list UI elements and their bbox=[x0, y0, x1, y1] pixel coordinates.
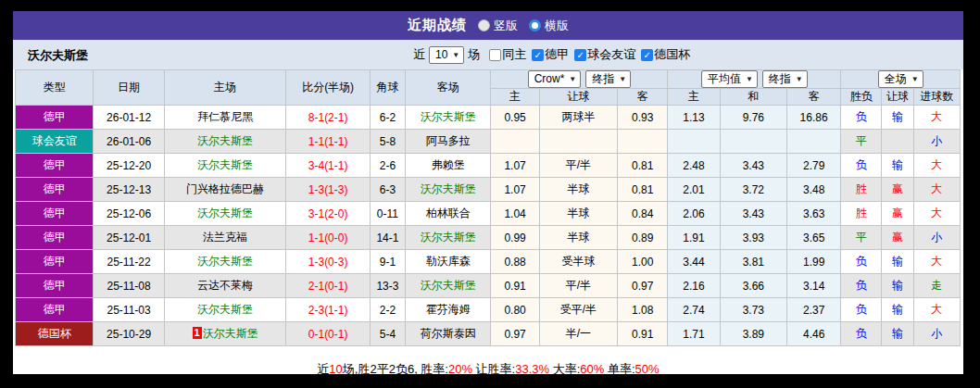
odds-away-cell: 0.97 bbox=[618, 274, 668, 298]
league-cell: 德甲 bbox=[16, 106, 94, 130]
bookmaker-stage-select[interactable]: 终指 ▼ bbox=[585, 70, 631, 88]
league-cell: 德甲 bbox=[16, 274, 94, 298]
avg-away-cell: 2.79 bbox=[786, 154, 840, 178]
score-cell: 2-3(1-1) bbox=[286, 298, 370, 322]
league-cell: 德甲 bbox=[16, 226, 94, 250]
bookmaker-select[interactable]: Crow* ▼ bbox=[528, 70, 582, 88]
table-row: 德甲25-12-01法兰克福1-1(0-0)14-1沃尔夫斯堡0.99半球0.8… bbox=[16, 226, 961, 250]
result-handicap-cell: 输 bbox=[882, 154, 913, 178]
avg-draw-cell: 3.73 bbox=[720, 298, 786, 322]
league-cell: 德甲 bbox=[16, 298, 94, 322]
scope-header-group: 全场 ▼ bbox=[841, 70, 961, 89]
view-option-horizontal[interactable]: 横版 bbox=[529, 18, 569, 34]
result-wdl-cell: 平 bbox=[841, 226, 882, 250]
panel: 近期战绩 竖版 横版 沃尔夫斯堡 近 10 ▼ 场 同主✓德甲✓球会友谊✓德国杯 bbox=[13, 11, 963, 374]
corners-cell: 2-6 bbox=[370, 154, 405, 178]
avg-draw-cell: 3.81 bbox=[720, 250, 786, 274]
checkbox-label: 德甲 bbox=[545, 46, 569, 63]
same-home-checkbox-item[interactable]: 同主 bbox=[489, 46, 526, 63]
summary-segment: 20% bbox=[448, 362, 472, 376]
result-handicap-cell: 赢 bbox=[882, 202, 913, 226]
away-team-cell: 勒沃库森 bbox=[406, 250, 491, 274]
table-row: 德甲25-12-13门兴格拉德巴赫1-3(1-3)6-3沃尔夫斯堡1.07半球0… bbox=[16, 178, 961, 202]
average-stage-value: 终指 bbox=[769, 72, 791, 86]
date-cell: 26-01-06 bbox=[94, 130, 164, 154]
odds-home-cell: 0.88 bbox=[491, 250, 539, 274]
radio-button-selected-icon[interactable] bbox=[529, 19, 541, 31]
avg-away-cell: 3.14 bbox=[786, 274, 840, 298]
view-option-vertical[interactable]: 竖版 bbox=[478, 18, 518, 34]
checkbox-checked-icon[interactable]: ✓ bbox=[532, 49, 544, 61]
avg-draw-cell: 9.76 bbox=[720, 106, 786, 130]
summary-segment: 10 bbox=[329, 362, 342, 376]
checkbox-checked-icon[interactable]: ✓ bbox=[641, 49, 653, 61]
summary-segment: 单率: bbox=[604, 362, 634, 376]
league-checkbox-item[interactable]: ✓德甲 bbox=[532, 46, 569, 63]
avg-draw-cell bbox=[720, 130, 786, 154]
odds-away-cell: 1.00 bbox=[618, 250, 668, 274]
score-cell: 3-1(2-0) bbox=[286, 202, 370, 226]
radio-button-icon[interactable] bbox=[478, 19, 490, 31]
odds-away-cell: 0.81 bbox=[618, 178, 668, 202]
avg-away-cell: 1.99 bbox=[786, 250, 840, 274]
avg-home-cell: 1.91 bbox=[668, 226, 720, 250]
league-cell: 德甲 bbox=[16, 178, 94, 202]
corners-cell: 5-4 bbox=[370, 322, 405, 346]
result-wdl-cell: 胜 bbox=[841, 178, 882, 202]
column-header-type: 类型 bbox=[16, 70, 94, 106]
odds-home-cell: 1.07 bbox=[491, 178, 539, 202]
avg-away-cell: 2.37 bbox=[786, 298, 840, 322]
away-team-cell: 荷尔斯泰因 bbox=[406, 322, 491, 346]
team-name: 沃尔夫斯堡 bbox=[28, 47, 88, 64]
column-header-score: 比分(半场) bbox=[286, 70, 370, 106]
score-cell: 2-1(0-1) bbox=[286, 274, 370, 298]
odds-away-cell: 1.08 bbox=[618, 298, 668, 322]
radio-horizontal-label: 横版 bbox=[545, 18, 569, 34]
home-team-cell: 沃尔夫斯堡 bbox=[164, 130, 286, 154]
away-team-cell: 柏林联合 bbox=[406, 202, 491, 226]
checkbox-checked-icon[interactable]: ✓ bbox=[574, 49, 586, 61]
sub-header-avg-draw: 和 bbox=[720, 89, 786, 106]
handicap-cell: 半球 bbox=[539, 226, 617, 250]
home-team-cell: 云达不莱梅 bbox=[164, 274, 286, 298]
avg-away-cell: 4.46 bbox=[786, 322, 840, 346]
recent-count-select[interactable]: 10 ▼ bbox=[429, 46, 464, 64]
result-handicap-cell: 输 bbox=[882, 106, 913, 130]
chevron-down-icon: ▼ bbox=[452, 48, 459, 62]
handicap-cell bbox=[539, 130, 617, 154]
sub-header-wdl: 胜负 bbox=[841, 89, 882, 106]
sub-header-handicap: 让球 bbox=[539, 89, 617, 106]
summary-segment: 33.3% bbox=[515, 362, 549, 376]
average-select[interactable]: 平均值 ▼ bbox=[701, 70, 758, 88]
result-goals-cell: 大 bbox=[913, 106, 960, 130]
odds-home-cell: 0.99 bbox=[491, 226, 539, 250]
checkbox-unchecked-icon[interactable] bbox=[489, 49, 501, 61]
checkbox-label: 球会友谊 bbox=[587, 46, 635, 63]
home-team-cell: 沃尔夫斯堡 bbox=[164, 250, 286, 274]
league-checkbox-item[interactable]: ✓德国杯 bbox=[641, 46, 690, 63]
odds-away-cell: 0.89 bbox=[618, 226, 668, 250]
checkbox-label: 德国杯 bbox=[654, 46, 690, 63]
average-stage-select[interactable]: 终指 ▼ bbox=[762, 70, 808, 88]
results-tbody: 德甲26-01-12拜仁慕尼黑8-1(2-1)6-2沃尔夫斯堡0.95两球半0.… bbox=[16, 106, 961, 346]
avg-home-cell: 1.13 bbox=[668, 106, 720, 130]
home-team-cell: 门兴格拉德巴赫 bbox=[164, 178, 286, 202]
avg-home-cell: 2.06 bbox=[668, 202, 720, 226]
result-handicap-cell: 赢 bbox=[882, 226, 913, 250]
avg-away-cell: 3.63 bbox=[786, 202, 840, 226]
league-checkbox-item[interactable]: ✓球会友谊 bbox=[574, 46, 635, 63]
score-cell: 0-1(0-1) bbox=[286, 322, 370, 346]
table-row: 德甲25-11-03沃尔夫斯堡2-3(1-1)2-2霍芬海姆0.80受平/半1.… bbox=[16, 298, 961, 322]
score-cell: 1-1(1-1) bbox=[286, 130, 370, 154]
corners-cell: 13-3 bbox=[370, 274, 405, 298]
odds-home-cell: 1.04 bbox=[491, 202, 539, 226]
result-goals-cell: 小 bbox=[913, 322, 960, 346]
red-card-badge: 1 bbox=[193, 327, 202, 339]
date-cell: 25-11-22 bbox=[94, 250, 164, 274]
odds-home-cell: 0.80 bbox=[491, 298, 539, 322]
date-cell: 25-12-01 bbox=[94, 226, 164, 250]
summary-segment: 让胜率: bbox=[472, 362, 515, 376]
result-wdl-cell: 负 bbox=[841, 250, 882, 274]
scope-select[interactable]: 全场 ▼ bbox=[878, 70, 923, 88]
handicap-cell: 两球半 bbox=[539, 106, 617, 130]
